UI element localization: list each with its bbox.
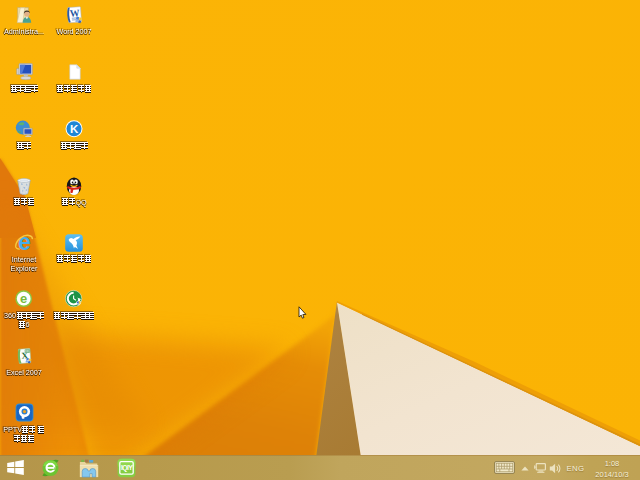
- svg-text:K: K: [70, 123, 79, 135]
- svg-text:W: W: [69, 7, 80, 19]
- svg-text:e: e: [20, 291, 27, 306]
- svg-text:IQIY: IQIY: [121, 464, 133, 472]
